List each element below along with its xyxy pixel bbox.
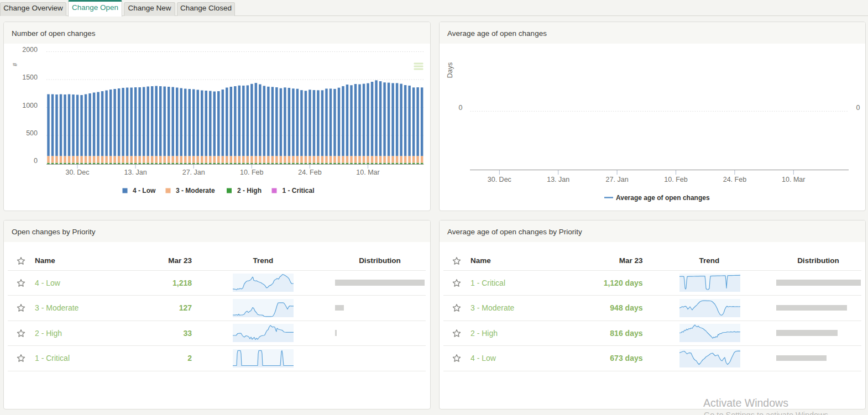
svg-text:27. Jan: 27. Jan [606,176,629,183]
svg-text:0: 0 [459,104,463,112]
svg-text:Days: Days [446,62,454,78]
svg-text:1 - Critical: 1 - Critical [283,187,315,195]
svg-text:24. Feb: 24. Feb [298,169,321,176]
svg-text:2 - High: 2 - High [237,187,262,195]
svg-text:#: # [12,62,18,66]
svg-text:500: 500 [26,129,38,137]
svg-text:2000: 2000 [22,46,38,54]
svg-text:3 - Moderate: 3 - Moderate [176,187,215,195]
svg-text:30. Dec: 30. Dec [65,169,89,176]
svg-text:10. Feb: 10. Feb [240,169,263,176]
svg-text:0: 0 [856,104,860,112]
svg-text:10. Feb: 10. Feb [664,176,687,183]
svg-text:0: 0 [34,157,38,165]
svg-text:24. Feb: 24. Feb [723,176,746,183]
svg-text:13. Jan: 13. Jan [124,169,147,176]
svg-text:1500: 1500 [22,73,38,81]
svg-text:4 - Low: 4 - Low [133,187,156,195]
svg-text:30. Dec: 30. Dec [488,176,511,183]
svg-text:13. Jan: 13. Jan [547,176,569,183]
svg-text:10. Mar: 10. Mar [782,176,805,183]
svg-text:1000: 1000 [22,102,38,109]
svg-text:27. Jan: 27. Jan [182,169,205,176]
svg-text:10. Mar: 10. Mar [356,169,379,176]
svg-text:Average age of open changes: Average age of open changes [616,194,710,202]
